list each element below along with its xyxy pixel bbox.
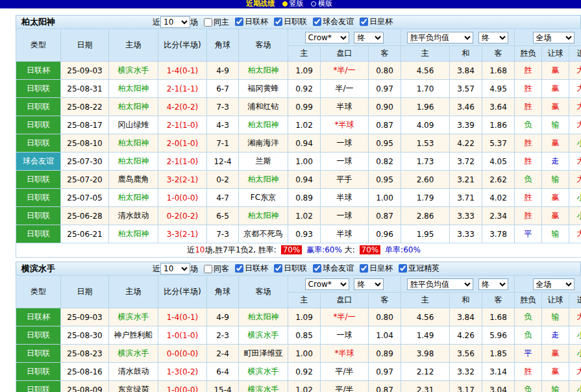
league-cell[interactable]: 日职联 (16, 207, 61, 225)
league-filter[interactable]: 日皇杯 (360, 263, 393, 274)
odds-final-select[interactable]: 终 (354, 32, 384, 43)
home-team-link[interactable]: 横滨水手 (109, 345, 158, 363)
score-link[interactable]: 2-0(1-0) (158, 134, 207, 153)
avg-home-cell: 1.96 (401, 98, 450, 116)
league-checkbox[interactable] (360, 18, 368, 26)
layout-vertical-radio[interactable]: 竖版 (282, 0, 304, 8)
league-filter[interactable]: 日联杯 (235, 16, 268, 27)
league-filter[interactable]: 球会友谊 (313, 263, 354, 274)
home-team-link[interactable]: 柏太阳神 (109, 80, 158, 98)
home-team-link[interactable]: 柏太阳神 (109, 189, 158, 207)
score-link[interactable]: 1-0(0-0) (158, 189, 207, 207)
score-link[interactable]: 3-3(2-1) (158, 225, 207, 243)
odds-source-select[interactable]: Crow* (305, 278, 349, 290)
home-team-link[interactable]: 神户胜利船 (109, 326, 158, 345)
home-team-link[interactable]: 东京绿茵 (109, 381, 158, 392)
avg-final-select[interactable]: 终 (478, 32, 508, 43)
away-team-link[interactable]: 横滨水手 (239, 326, 288, 345)
home-team-link[interactable]: 横滨水手 (109, 62, 158, 80)
home-team-link[interactable]: 横滨水手 (109, 308, 158, 326)
same-venue-checkbox[interactable] (204, 18, 212, 27)
league-filter[interactable]: 球会友谊 (313, 16, 354, 27)
league-cell[interactable]: 日职联 (16, 381, 61, 392)
odds-source-select[interactable]: Crow* (305, 32, 349, 43)
home-team-link[interactable]: 清水鼓动 (109, 207, 158, 225)
avg-source-select[interactable]: 胜平负均值 (407, 32, 473, 43)
league-checkbox[interactable] (399, 264, 407, 273)
score-link[interactable]: 1-3(0-2) (158, 363, 207, 381)
home-team-link[interactable]: 冈山绿雉 (109, 116, 158, 134)
league-cell[interactable]: 日职联 (16, 345, 61, 363)
score-link[interactable]: 2-1(1-0) (158, 116, 207, 134)
score-link[interactable]: 1-4(0-1) (158, 308, 207, 326)
score-link[interactable]: 0-0(0-0) (158, 345, 207, 363)
league-cell[interactable]: 日职联 (16, 225, 61, 243)
score-link[interactable]: 4-2(0-2) (158, 98, 207, 116)
avg-source-select[interactable]: 胜平负均值 (407, 278, 473, 290)
away-team-link[interactable]: 兰斯 (239, 153, 288, 171)
league-cell[interactable]: 日联杯 (16, 62, 61, 80)
home-team-link[interactable]: 柏太阳神 (109, 225, 158, 243)
away-team-link[interactable]: 京都不死鸟 (239, 225, 288, 243)
same-venue-checkbox[interactable] (204, 265, 212, 273)
score-link[interactable]: 2-1(1-0) (158, 153, 207, 171)
score-link[interactable]: 2-1(1-1) (158, 80, 207, 98)
away-team-link[interactable]: FC东京 (239, 189, 288, 207)
same-venue-filter[interactable]: 同主 (204, 17, 229, 28)
avg-final-select[interactable]: 终 (478, 278, 508, 290)
away-team-link[interactable]: 横滨水手 (239, 381, 288, 392)
layout-horizontal-radio[interactable]: 横版 (311, 0, 332, 8)
home-team-link[interactable]: 鹿岛鹿角 (109, 171, 158, 189)
away-team-link[interactable]: 町田泽维亚 (239, 345, 288, 363)
same-venue-filter[interactable]: 同客 (204, 263, 229, 275)
away-team-link[interactable]: 浦和红钻 (239, 98, 288, 116)
league-cell[interactable]: 日职联 (16, 171, 61, 189)
near-count-select[interactable]: 10 (160, 263, 190, 275)
away-team-link[interactable]: 柏太阳神 (239, 171, 288, 189)
scope-select[interactable]: 全场 (533, 278, 575, 290)
home-team-link[interactable]: 柏太阳神 (109, 98, 158, 116)
score-link[interactable]: 1-4(0-1) (158, 62, 207, 80)
score-link[interactable]: 3-2(2-1) (158, 171, 207, 189)
league-checkbox[interactable] (313, 264, 321, 273)
away-team-link[interactable]: 横滨水手 (239, 363, 288, 381)
league-checkbox[interactable] (235, 18, 243, 26)
score-link[interactable]: 0-2(0-2) (158, 207, 207, 225)
league-cell[interactable]: 日联杯 (16, 308, 61, 326)
league-cell[interactable]: 日职联 (16, 134, 61, 153)
league-checkbox[interactable] (274, 264, 282, 273)
league-cell[interactable]: 日职联 (16, 326, 61, 345)
odds-final-select[interactable]: 终 (354, 278, 384, 290)
league-cell[interactable]: 日职联 (16, 80, 61, 98)
avg-draw-cell: 3.84 (450, 62, 482, 80)
away-team-link[interactable]: 柏太阳神 (239, 207, 288, 225)
score-link[interactable]: 1-0(0-0) (158, 381, 207, 392)
league-cell[interactable]: 日职联 (16, 363, 61, 381)
league-checkbox[interactable] (360, 264, 368, 273)
away-team-link[interactable]: 柏太阳神 (239, 116, 288, 134)
handicap-cell: 平手 (321, 171, 369, 189)
home-team-link[interactable]: 柏太阳神 (109, 153, 158, 171)
home-team-link[interactable]: 柏太阳神 (109, 134, 158, 153)
league-filter[interactable]: 日职联 (274, 263, 307, 274)
near-count-select[interactable]: 10 (160, 16, 190, 28)
league-cell[interactable]: 日职联 (16, 116, 61, 134)
scope-select[interactable]: 全场 (533, 32, 575, 43)
away-team-link[interactable]: 福冈黄蜂 (239, 80, 288, 98)
away-team-link[interactable]: 柏太阳神 (239, 308, 288, 326)
league-cell[interactable]: 日职联 (16, 98, 61, 116)
league-filter[interactable]: 日职联 (274, 16, 307, 27)
away-team-link[interactable]: 湘南海洋 (239, 134, 288, 153)
odds-away-cell: 0.97 (369, 80, 401, 98)
league-checkbox[interactable] (274, 18, 282, 26)
league-checkbox[interactable] (235, 264, 243, 273)
home-team-link[interactable]: 清水鼓动 (109, 363, 158, 381)
league-filter[interactable]: 日皇杯 (360, 16, 393, 27)
league-checkbox[interactable] (313, 18, 321, 26)
league-cell[interactable]: 球会友谊 (16, 153, 61, 171)
league-filter[interactable]: 亚冠精英 (399, 263, 439, 274)
league-cell[interactable]: 日职联 (16, 189, 61, 207)
league-filter[interactable]: 日联杯 (235, 263, 268, 274)
away-team-link[interactable]: 柏太阳神 (239, 62, 288, 80)
score-link[interactable]: 1-0(1-0) (158, 326, 207, 345)
